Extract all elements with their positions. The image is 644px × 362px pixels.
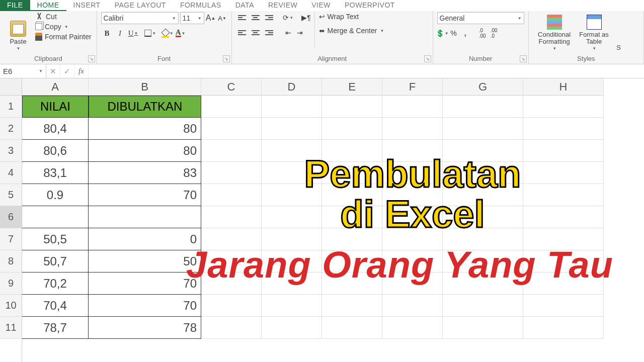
cell[interactable] — [322, 96, 382, 118]
tab-powerpivot[interactable]: POWERPIVOT — [338, 0, 402, 11]
cell[interactable]: 70 — [89, 295, 201, 317]
fx-button[interactable]: fx — [74, 64, 89, 78]
cell[interactable] — [201, 273, 262, 295]
tab-insert[interactable]: INSERT — [66, 0, 108, 11]
cell[interactable] — [443, 250, 523, 273]
formula-cancel-button[interactable]: ✕ — [46, 64, 60, 78]
cell[interactable] — [322, 317, 382, 339]
cell[interactable] — [382, 140, 443, 162]
cell-styles-button[interactable]: S — [612, 12, 625, 51]
row-header[interactable]: 2 — [0, 118, 22, 140]
comma-style-button[interactable]: , — [460, 28, 470, 38]
cell[interactable] — [262, 140, 322, 162]
cell[interactable] — [322, 250, 382, 273]
cell[interactable] — [262, 317, 322, 339]
font-name-combo[interactable]: Calibri▼ — [101, 12, 179, 24]
cell[interactable]: 83,1 — [22, 162, 89, 184]
cell[interactable] — [89, 206, 201, 228]
cell[interactable] — [201, 140, 262, 162]
cell[interactable] — [523, 206, 604, 228]
cell[interactable]: 78,7 — [22, 317, 89, 339]
cell[interactable] — [443, 118, 523, 140]
paste-button[interactable]: Paste ▼ — [4, 12, 32, 51]
tab-page-layout[interactable]: PAGE LAYOUT — [108, 0, 173, 11]
increase-decimal-button[interactable]: .0.00 — [477, 28, 488, 38]
cell[interactable] — [523, 295, 604, 317]
row-header[interactable]: 4 — [0, 162, 22, 184]
dialog-launcher-icon[interactable]: ↘ — [520, 55, 527, 62]
merge-center-button[interactable]: ⬌Merge & Center▼ — [318, 26, 385, 35]
cell[interactable] — [322, 273, 382, 295]
select-all-corner[interactable] — [0, 78, 22, 96]
decrease-indent-button[interactable]: ⇤ — [283, 28, 293, 38]
cell[interactable] — [322, 206, 382, 228]
align-top-button[interactable] — [236, 12, 248, 23]
cell[interactable] — [443, 206, 523, 228]
cell[interactable] — [22, 206, 89, 228]
cell[interactable] — [201, 96, 262, 118]
formula-input[interactable] — [89, 64, 644, 78]
col-header[interactable]: C — [201, 78, 262, 96]
grow-font-button[interactable]: A▲ — [206, 13, 216, 23]
cell[interactable]: 50,5 — [22, 228, 89, 250]
cell[interactable] — [443, 273, 523, 295]
tab-view[interactable]: VIEW — [304, 0, 338, 11]
align-right-button[interactable] — [263, 27, 275, 38]
bold-button[interactable]: B — [101, 27, 113, 39]
row-header[interactable]: 10 — [0, 295, 22, 317]
cell[interactable] — [523, 273, 604, 295]
cell[interactable] — [262, 162, 322, 184]
cell[interactable] — [262, 206, 322, 228]
orientation-button[interactable]: ⟳▼ — [283, 13, 293, 23]
format-as-table-button[interactable]: Format as Table▼ — [576, 12, 612, 51]
cell[interactable] — [201, 184, 262, 206]
col-header[interactable]: F — [382, 78, 443, 96]
fill-color-button[interactable]: ▼ — [162, 27, 174, 39]
copy-button[interactable]: Copy▼ — [34, 22, 93, 31]
shrink-font-button[interactable]: A▼ — [217, 13, 227, 23]
percent-button[interactable]: % — [449, 28, 459, 38]
cell[interactable]: 70,2 — [22, 273, 89, 295]
cell[interactable] — [443, 295, 523, 317]
tab-home[interactable]: HOME — [30, 0, 66, 11]
decrease-decimal-button[interactable]: .00.0 — [489, 28, 499, 38]
col-header[interactable]: B — [89, 78, 201, 96]
cell[interactable] — [523, 140, 604, 162]
row-header[interactable]: 5 — [0, 184, 22, 206]
cell[interactable] — [523, 317, 604, 339]
tab-formulas[interactable]: FORMULAS — [173, 0, 228, 11]
dialog-launcher-icon[interactable]: ↘ — [223, 55, 230, 62]
cell[interactable] — [443, 162, 523, 184]
cell[interactable] — [382, 96, 443, 118]
cell[interactable] — [523, 162, 604, 184]
cell[interactable] — [523, 250, 604, 273]
cell[interactable] — [201, 317, 262, 339]
cell[interactable] — [322, 295, 382, 317]
cell[interactable] — [262, 118, 322, 140]
cell[interactable] — [201, 250, 262, 273]
cell[interactable]: DIBULATKAN — [89, 96, 201, 118]
cell[interactable] — [262, 96, 322, 118]
cell[interactable] — [523, 118, 604, 140]
cell[interactable] — [382, 118, 443, 140]
cell[interactable]: 78 — [89, 317, 201, 339]
cell[interactable] — [262, 295, 322, 317]
cell[interactable] — [201, 162, 262, 184]
align-middle-button[interactable] — [250, 12, 262, 23]
row-header[interactable]: 6 — [0, 206, 22, 228]
ltr-button[interactable]: ▶¶ — [301, 13, 311, 23]
cell[interactable] — [322, 228, 382, 250]
cell[interactable] — [382, 317, 443, 339]
align-center-button[interactable] — [250, 27, 262, 38]
row-header[interactable]: 3 — [0, 140, 22, 162]
format-painter-button[interactable]: Format Painter — [34, 32, 93, 41]
font-color-button[interactable]: A▼ — [175, 27, 187, 39]
cell[interactable] — [322, 184, 382, 206]
cell[interactable]: 0 — [89, 228, 201, 250]
cell[interactable]: 70,4 — [22, 295, 89, 317]
cell[interactable] — [382, 250, 443, 273]
cell[interactable] — [382, 184, 443, 206]
cell[interactable] — [262, 250, 322, 273]
cell[interactable] — [523, 228, 604, 250]
accounting-format-button[interactable]: 💲▼ — [437, 28, 447, 38]
